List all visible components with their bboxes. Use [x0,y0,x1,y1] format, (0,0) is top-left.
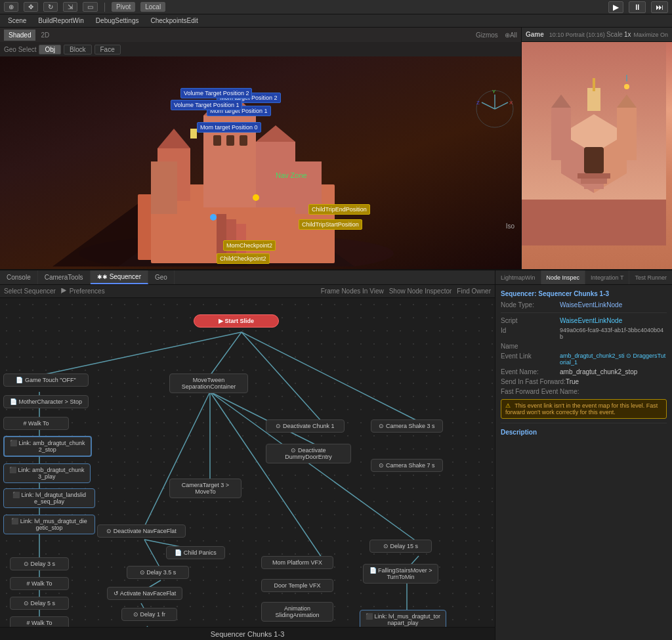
right-panel-tabs: LightmapWin Node Inspec Integration T Te… [495,270,672,285]
node-link-chunk2-stop[interactable]: ⬛ Link: amb_dragtut_chunk2_stop [3,436,92,457]
node-movetween[interactable]: MoveTweenSeparationContainer [169,373,248,393]
svg-line-61 [138,626,148,627]
svg-text:Z: Z [476,100,480,106]
node-camera-shake-3[interactable]: ⊙ Camera Shake 3 s [371,419,443,433]
sequencer-chunks-label: Sequencer Chunks 1-3 [7,630,488,638]
tab-geo[interactable]: Geo [148,270,175,284]
show-node-btn[interactable]: Show Node Inspector [389,288,452,295]
tab-lightmap[interactable]: LightmapWin [495,270,541,284]
svg-point-22 [210,214,217,221]
node-delay-15s[interactable]: ⊙ Delay 15 s [369,540,432,553]
node-door-vfx[interactable]: Door Temple VFX [261,579,333,592]
node-game-touch-off[interactable]: 📄 Game Touch "OFF" [3,373,89,387]
node-deactivate-chunk1[interactable]: ⊙ Deactivate Chunk 1 [266,419,345,433]
svg-rect-36 [551,108,571,160]
node-mother-stop[interactable]: 📄 MotherCharacter > Stop [3,395,89,408]
node-activate-nav[interactable]: ↺ Activate NavFaceFlat [107,587,182,600]
menu-scene[interactable]: Scene [3,16,32,26]
warning-text: This event link isn't in the event map f… [505,402,658,416]
svg-line-58 [144,540,161,569]
tab-sequencer[interactable]: ✱✱ Sequencer [91,270,148,284]
node-delay-3-5s[interactable]: ⊙ Delay 3.5 s [127,566,189,579]
start-node[interactable]: ▶ Start Slide [194,314,279,328]
svg-rect-20 [151,161,177,214]
node-walk-to-2[interactable]: # Walk To [10,577,69,590]
node-deactivate-dummy[interactable]: ⊙ DeactivateDummyDoorEntry [266,444,351,463]
tab-cameratools[interactable]: CameraTools [38,270,91,284]
toolbar-rotate-btn[interactable]: ↻ [43,2,58,12]
menu-checkpointsedit[interactable]: CheckpointsEdit [145,16,203,26]
node-camera-target[interactable]: CameraTarget 3 >MoveTo [169,479,242,498]
svg-rect-42 [593,78,595,91]
local-btn[interactable]: Local [140,2,165,12]
node-link-diegetic[interactable]: ⬛ Link: lvl_mus_dragtut_diegetic_stop [3,515,95,534]
node-type-label: Node Type: [501,301,560,309]
tab-node-inspec[interactable]: Node Inspec [541,270,586,284]
svg-rect-41 [587,88,600,111]
pivot-btn[interactable]: Pivot [112,2,135,12]
inspector-content: Sequencer: Sequencer Chunks 1-3 Node Typ… [495,285,672,640]
node-walk-to-1[interactable]: # Walk To [3,417,69,430]
play-btn[interactable]: ▶ [608,1,623,13]
tab-integration[interactable]: Integration T [585,270,629,284]
svg-rect-16 [213,135,221,146]
event-name-label: Event Name: [501,368,560,375]
node-falling-stairs[interactable]: 📄 FallingStairsMover >TurnToMin [363,564,438,584]
game-maximize[interactable]: Maximize On [633,32,668,38]
tab-test-runner[interactable]: Test Runner [629,270,672,284]
shaded-tab[interactable]: Shaded [4,30,35,41]
menu-bar: Scene BuildReportWin DebugSettings Check… [0,14,672,28]
face-btn[interactable]: Face [94,45,121,54]
breadcrumb: Sequencer: Sequencer Chunks 1-3 [501,290,667,297]
node-mom-vfx[interactable]: Mom Platform VFX [261,556,333,569]
frame-nodes-btn[interactable]: Frame Nodes In View [321,288,384,295]
pause-btn[interactable]: ⏸ [629,1,646,13]
svg-rect-32 [522,200,666,245]
svg-line-50 [242,332,322,421]
iso-label: Iso [506,223,514,230]
node-delay-5s[interactable]: ⊙ Delay 5 s [10,597,69,610]
game-title: Game [526,31,544,38]
select-sequencer[interactable]: Select Sequencer [4,288,56,295]
toolbar-rect-btn[interactable]: ▭ [83,2,98,12]
svg-line-48 [39,332,242,375]
seq-canvas[interactable]: ▶ Start Slide 📄 Game Touch "OFF" 📄 Mothe… [0,298,495,627]
warning-icon: ⚠ [505,402,511,409]
bottom-section: Console CameraTools ✱✱ Sequencer Geo Sel… [0,270,672,640]
svg-rect-14 [226,219,236,253]
node-child-panics[interactable]: 📄 Child Panics [166,546,225,559]
node-link-tornapart[interactable]: ⬛ Link: lvl_mus_dragtut_tornapart_play [360,610,446,627]
node-delay-3s[interactable]: ⊙ Delay 3 s [10,557,69,570]
node-animation[interactable]: AnimationSlidingAnimation [261,602,333,622]
node-walk-to-3[interactable]: # Walk To [10,616,69,627]
svg-rect-45 [584,184,604,189]
find-owner-btn[interactable]: Find Owner [457,288,491,295]
divider-1 [501,312,667,313]
block-btn[interactable]: Block [64,45,91,54]
preferences-btn[interactable]: ⯈ Preferences [61,288,105,295]
send-fast-row: Send In Fast Forward: True [501,378,667,385]
gizmos-label[interactable]: Gizmos [476,32,498,39]
tab-console[interactable]: Console [0,270,38,284]
step-btn[interactable]: ⏭ [651,1,668,13]
3d-viewport[interactable]: Shaded 2D Gizmos ⊕All Geo Select Obj Blo… [0,28,521,269]
menu-debugsettings[interactable]: DebugSettings [91,16,144,26]
scene-background: Nav Zone Mom target Position 2 Mom targe… [0,56,521,269]
node-camera-shake-7[interactable]: ⊙ Camera Shake 7 s [371,459,443,472]
warning-box: ⚠ This event link isn't in the event map… [501,399,667,419]
send-fast-value: True [566,378,667,385]
node-type-value: WaiseEventLinkNode [560,301,667,309]
node-delay-1fr[interactable]: ⊙ Delay 1 fr [121,608,177,621]
svg-line-54 [210,392,322,557]
svg-rect-13 [217,214,226,253]
all-label: ⊕All [505,32,517,39]
obj-btn[interactable]: Obj [39,45,61,54]
node-link-landslide[interactable]: ⬛ Link: lvl_dragtut_landslide_seq_play [3,488,95,508]
node-link-chunk3-play[interactable]: ⬛ Link: amb_dragtut_chunk3_play [3,463,91,483]
toolbar-scale-btn[interactable]: ⇲ [63,2,77,12]
toolbar-move-btn[interactable]: ✥ [24,2,38,12]
menu-buildreport[interactable]: BuildReportWin [33,16,89,26]
2d-tab[interactable]: 2D [41,32,49,39]
node-deactivate-nav[interactable]: ⊙ Deactivate NavFaceFlat [97,524,186,538]
toolbar-transform-btn[interactable]: ⊕ [4,2,18,12]
